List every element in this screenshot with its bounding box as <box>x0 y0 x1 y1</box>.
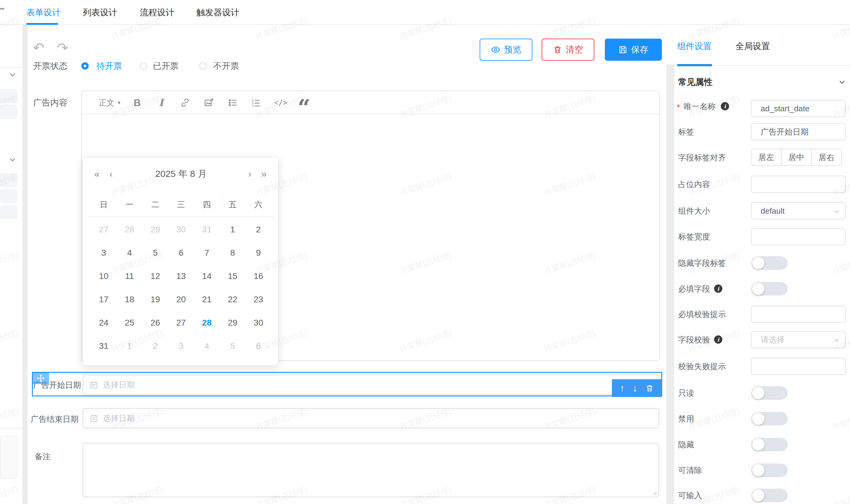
calendar-date[interactable]: 28 <box>120 222 139 237</box>
calendar-date[interactable]: 31 <box>94 339 114 354</box>
calendar-date[interactable]: 20 <box>171 292 191 307</box>
field-validation-select[interactable]: 请选择 <box>751 331 846 348</box>
calendar-date[interactable]: 30 <box>171 222 191 237</box>
calendar-date[interactable]: 2 <box>248 222 268 237</box>
calendar-date[interactable]: 27 <box>94 222 114 237</box>
required-message-input[interactable] <box>751 306 846 323</box>
link-icon[interactable] <box>176 91 194 114</box>
readonly-toggle[interactable] <box>751 386 788 400</box>
calendar-date[interactable]: 19 <box>145 292 165 307</box>
tab-component-settings[interactable]: 组件设置 <box>677 37 712 55</box>
calendar-date[interactable]: 12 <box>145 269 165 284</box>
tab-trigger-design[interactable]: 触发器设计 <box>196 0 239 25</box>
calendar-date[interactable]: 16 <box>248 269 268 284</box>
calendar-date[interactable]: 15 <box>223 269 242 284</box>
calendar-date[interactable]: 22 <box>223 292 242 307</box>
palette-item[interactable] <box>0 89 17 103</box>
numbered-list-icon[interactable]: 1 2 3 <box>247 91 265 114</box>
calendar-date[interactable]: 31 <box>197 222 216 237</box>
save-button[interactable]: 保存 <box>605 39 662 61</box>
preview-button[interactable]: 预览 <box>480 39 533 61</box>
calendar-date[interactable]: 18 <box>120 292 139 307</box>
hide-field-label-toggle[interactable] <box>751 256 788 270</box>
calendar-date[interactable]: 8 <box>223 246 242 260</box>
code-button[interactable]: </> <box>270 91 292 114</box>
info-icon[interactable]: i <box>721 102 729 110</box>
calendar-date[interactable]: 21 <box>197 292 216 307</box>
radio-option-label[interactable]: 待开票 <box>97 62 122 72</box>
calendar-date[interactable]: 9 <box>248 246 268 260</box>
radio-selected[interactable] <box>81 62 89 70</box>
info-icon[interactable]: i <box>714 285 722 293</box>
calendar-date[interactable]: 10 <box>94 269 114 284</box>
calendar-date[interactable]: 5 <box>223 339 242 354</box>
radio-option-label[interactable]: 不开票 <box>213 62 239 72</box>
calendar-date[interactable]: 11 <box>120 269 139 284</box>
radio-unselected[interactable] <box>140 62 147 70</box>
move-down-icon[interactable]: ↓ <box>633 383 638 394</box>
align-left-button[interactable]: 居左 <box>751 149 781 165</box>
bold-button[interactable]: B <box>128 91 146 114</box>
calendar-date[interactable]: 25 <box>120 316 139 330</box>
undo-button[interactable]: ↶ <box>31 39 47 56</box>
calendar-date[interactable]: 3 <box>171 339 191 354</box>
calendar-date[interactable]: 28 <box>197 316 216 330</box>
calendar-date[interactable]: 13 <box>171 269 191 284</box>
paragraph-style-dropdown[interactable]: 正文 ▾ <box>91 91 128 114</box>
component-size-select[interactable]: default <box>751 202 846 219</box>
hidden-toggle[interactable] <box>751 438 788 451</box>
disabled-toggle[interactable] <box>751 412 788 426</box>
calendar-date[interactable]: 24 <box>94 316 114 330</box>
calendar-date[interactable]: 30 <box>248 316 268 330</box>
calendar-date[interactable]: 1 <box>223 222 242 237</box>
next-month-icon[interactable]: › <box>245 164 254 183</box>
blockquote-button[interactable]: “ <box>295 91 313 114</box>
calendar-date[interactable]: 3 <box>94 246 114 260</box>
radio-unselected[interactable] <box>199 62 207 70</box>
tab-global-settings[interactable]: 全局设置 <box>735 37 770 55</box>
calendar-date[interactable]: 2 <box>145 339 165 354</box>
next-year-icon[interactable]: » <box>258 164 270 183</box>
clear-button[interactable]: 清空 <box>542 39 594 61</box>
palette-item[interactable] <box>0 105 17 119</box>
calendar-date[interactable]: 1 <box>120 339 139 354</box>
align-right-button[interactable]: 居右 <box>811 149 841 165</box>
placeholder-content-input[interactable] <box>751 176 846 193</box>
bullet-list-icon[interactable] <box>224 91 242 114</box>
palette-item[interactable] <box>0 436 17 479</box>
calendar-date[interactable]: 6 <box>171 246 191 260</box>
redo-button[interactable]: ↷ <box>55 39 71 56</box>
resize-handle[interactable] <box>652 490 657 496</box>
remark-textarea[interactable] <box>83 443 659 497</box>
chevron-down-icon[interactable] <box>8 70 17 79</box>
calendar-date[interactable]: 26 <box>145 316 165 330</box>
clearable-toggle[interactable] <box>751 464 788 477</box>
calendar-date[interactable]: 29 <box>223 316 242 330</box>
label-width-input[interactable] <box>751 228 846 245</box>
tab-list-design[interactable]: 列表设计 <box>83 0 117 25</box>
required-field-toggle[interactable] <box>751 282 788 295</box>
tab-flow-design[interactable]: 流程设计 <box>140 0 174 25</box>
palette-item[interactable] <box>0 205 17 219</box>
inputable-toggle[interactable] <box>751 489 788 502</box>
section-collapse-icon[interactable] <box>837 77 847 87</box>
drag-handle[interactable] <box>33 373 49 384</box>
ad-start-date-input[interactable]: 选择日期 <box>83 375 659 395</box>
calendar-date[interactable]: 4 <box>197 339 216 354</box>
delete-field-icon[interactable] <box>645 384 654 392</box>
chevron-down-icon[interactable] <box>8 155 17 164</box>
validation-fail-message-input[interactable] <box>751 358 846 375</box>
align-center-button[interactable]: 居中 <box>781 149 811 165</box>
calendar-date[interactable]: 23 <box>248 292 268 307</box>
calendar-date[interactable]: 29 <box>145 222 165 237</box>
ad-end-date-input[interactable]: 选择日期 <box>83 408 659 428</box>
radio-option-label[interactable]: 已开票 <box>153 62 178 72</box>
calendar-date[interactable]: 27 <box>171 316 191 330</box>
calendar-date[interactable]: 17 <box>94 292 114 307</box>
palette-item[interactable] <box>0 173 17 187</box>
calendar-date[interactable]: 6 <box>248 339 268 354</box>
tab-form-design[interactable]: 表单设计 <box>27 0 61 25</box>
italic-button[interactable]: I <box>152 91 170 114</box>
calendar-date[interactable]: 14 <box>197 269 216 284</box>
calendar-date[interactable]: 4 <box>120 246 139 260</box>
